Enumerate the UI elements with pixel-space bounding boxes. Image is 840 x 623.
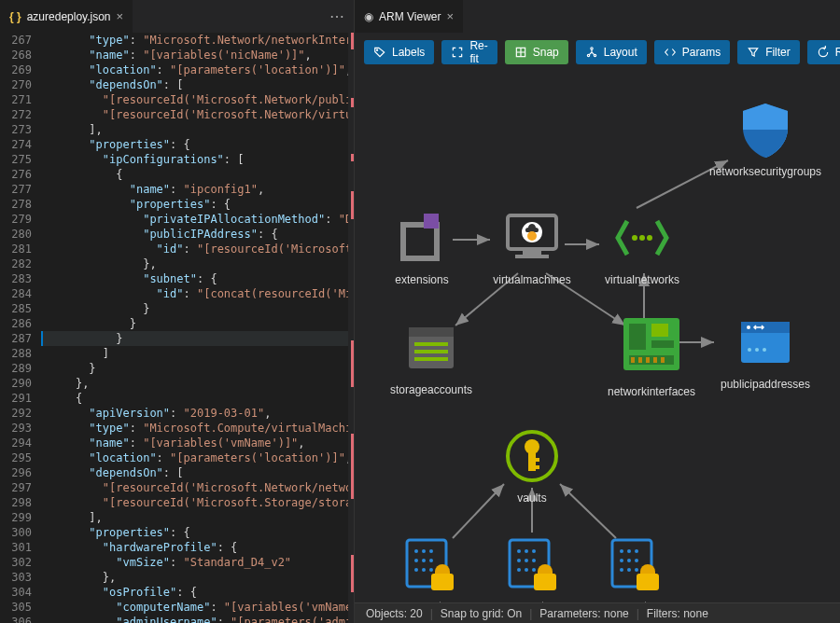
node-label: storageaccounts bbox=[375, 383, 487, 396]
svg-point-79 bbox=[635, 559, 638, 562]
vault-icon bbox=[502, 426, 562, 486]
svg-point-53 bbox=[422, 549, 426, 553]
svg-rect-72 bbox=[534, 574, 556, 590]
svg-rect-16 bbox=[424, 214, 439, 228]
filter-text: Filter bbox=[765, 46, 791, 59]
node-extensions[interactable]: extensions bbox=[375, 208, 469, 286]
svg-rect-37 bbox=[646, 357, 650, 363]
svg-point-58 bbox=[414, 568, 418, 572]
reload-text: Reload bbox=[835, 46, 840, 59]
node-pip[interactable]: publicipaddresses bbox=[709, 312, 821, 391]
svg-rect-39 bbox=[661, 357, 665, 363]
node-label: networkinterfaces bbox=[595, 385, 707, 398]
layout-button[interactable]: Layout bbox=[576, 40, 647, 64]
status-snap: Snap to grid: On bbox=[441, 607, 522, 620]
tab-arm-viewer[interactable]: ◉ ARM Viewer × bbox=[355, 0, 463, 33]
svg-rect-26 bbox=[409, 327, 454, 337]
svg-point-70 bbox=[525, 568, 528, 572]
svg-rect-50 bbox=[528, 465, 539, 469]
svg-rect-31 bbox=[629, 324, 646, 350]
tab-title: ARM Viewer bbox=[379, 10, 441, 23]
svg-rect-19 bbox=[515, 255, 549, 258]
svg-point-42 bbox=[747, 325, 750, 329]
node-label: virtualmachines bbox=[485, 273, 579, 286]
vm-icon bbox=[502, 208, 562, 268]
editor-more-icon[interactable]: ⋯ bbox=[329, 7, 344, 25]
close-icon[interactable]: × bbox=[117, 9, 124, 23]
svg-point-60 bbox=[429, 568, 433, 572]
svg-point-65 bbox=[532, 549, 536, 553]
node-label: publicipaddresses bbox=[709, 378, 821, 391]
svg-point-52 bbox=[414, 549, 418, 553]
svg-point-21 bbox=[527, 231, 537, 241]
svg-rect-33 bbox=[651, 340, 674, 348]
fit-icon bbox=[451, 46, 464, 59]
node-vault[interactable]: vaults bbox=[485, 426, 579, 505]
node-nic[interactable]: networkinterfaces bbox=[595, 312, 707, 398]
svg-point-68 bbox=[532, 559, 536, 562]
layout-icon bbox=[585, 46, 598, 59]
viewer-pane: ◉ ARM Viewer × ⋯ Labels Re-fit Snap Layo… bbox=[355, 0, 840, 623]
svg-point-59 bbox=[422, 568, 426, 572]
svg-point-67 bbox=[525, 559, 528, 562]
svg-point-22 bbox=[632, 235, 637, 241]
svg-point-82 bbox=[635, 568, 638, 572]
node-vm[interactable]: virtualmachines bbox=[485, 208, 579, 286]
code-editor[interactable]: 2672682692702712722732742752762772782792… bbox=[0, 33, 354, 623]
svg-point-45 bbox=[763, 348, 766, 352]
svg-point-56 bbox=[422, 559, 426, 562]
svg-point-78 bbox=[627, 559, 631, 562]
tab-title: azuredeploy.json bbox=[27, 10, 111, 23]
svg-point-81 bbox=[627, 568, 631, 572]
svg-point-63 bbox=[517, 549, 521, 553]
refit-button[interactable]: Re-fit bbox=[441, 40, 497, 64]
svg-rect-18 bbox=[523, 251, 541, 255]
viewer-toolbar: Labels Re-fit Snap Layout Params Filter … bbox=[355, 33, 840, 72]
tag-icon bbox=[373, 46, 386, 59]
node-secret-1[interactable]: secrets bbox=[383, 534, 476, 602]
code-area[interactable]: "type": "Microsoft.Network/networkInterf… bbox=[41, 33, 354, 623]
svg-point-24 bbox=[647, 235, 652, 241]
node-vnet[interactable]: virtualnetworks bbox=[595, 208, 689, 286]
code-icon bbox=[664, 46, 677, 59]
svg-point-23 bbox=[639, 235, 645, 241]
svg-rect-29 bbox=[414, 357, 448, 361]
svg-point-55 bbox=[414, 559, 418, 562]
svg-rect-32 bbox=[651, 324, 668, 337]
labels-button[interactable]: Labels bbox=[364, 40, 434, 64]
node-label: extensions bbox=[375, 273, 469, 286]
labels-text: Labels bbox=[392, 46, 425, 59]
eye-icon: ◉ bbox=[364, 10, 373, 23]
node-secret-3[interactable]: secrets bbox=[588, 534, 681, 602]
pip-icon bbox=[735, 312, 795, 372]
viewer-statusbar: Objects: 20 | Snap to grid: On | Paramet… bbox=[355, 602, 840, 623]
filter-button[interactable]: Filter bbox=[737, 40, 800, 64]
minimap[interactable] bbox=[348, 33, 354, 623]
svg-rect-38 bbox=[653, 357, 657, 363]
secret-icon bbox=[399, 534, 459, 594]
status-params: Parameters: none bbox=[539, 607, 628, 620]
line-gutter: 2672682692702712722732742752762772782792… bbox=[0, 33, 41, 623]
resource-diagram[interactable]: networksecuritygroups extensions virtual… bbox=[355, 72, 840, 602]
editor-pane: { } azuredeploy.json × ⋯ 267268269270271… bbox=[0, 0, 355, 623]
node-secret-2[interactable]: secrets bbox=[485, 534, 579, 602]
svg-rect-34 bbox=[629, 355, 674, 365]
params-text: Params bbox=[682, 46, 721, 59]
status-filters: Filters: none bbox=[647, 607, 708, 620]
snap-button[interactable]: Snap bbox=[505, 40, 568, 64]
node-label: vaults bbox=[485, 491, 579, 505]
svg-point-54 bbox=[429, 549, 433, 553]
node-label: networksecuritygroups bbox=[700, 165, 831, 178]
svg-point-2 bbox=[591, 48, 593, 49]
svg-rect-27 bbox=[414, 342, 448, 346]
nic-icon bbox=[618, 312, 685, 380]
secret-icon bbox=[605, 534, 665, 594]
node-storage[interactable]: storageaccounts bbox=[375, 318, 487, 396]
json-file-icon: { } bbox=[9, 10, 21, 23]
close-icon[interactable]: × bbox=[446, 9, 454, 23]
tab-azuredeploy[interactable]: { } azuredeploy.json × bbox=[0, 0, 133, 33]
node-nsg[interactable]: networksecuritygroups bbox=[700, 100, 831, 178]
reload-button[interactable]: Reload bbox=[807, 40, 840, 64]
params-button[interactable]: Params bbox=[654, 40, 730, 64]
secret-icon bbox=[502, 534, 562, 594]
